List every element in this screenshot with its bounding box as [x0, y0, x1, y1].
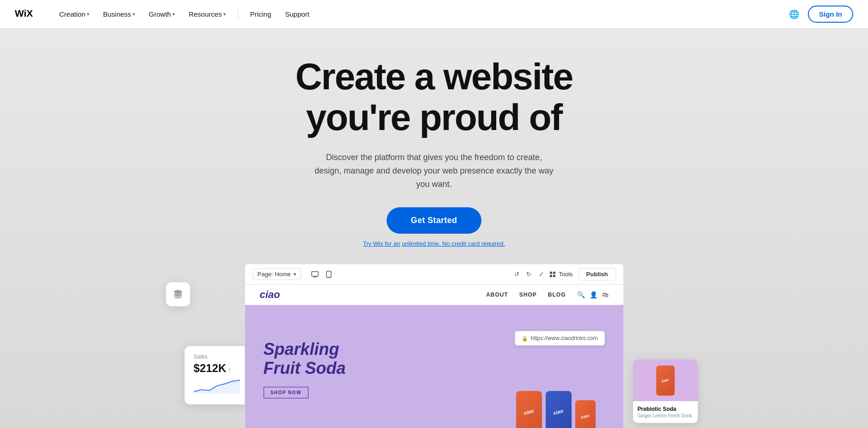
sales-label: Sales — [194, 354, 240, 360]
can-orange: ciao — [516, 391, 542, 428]
tools-menu[interactable]: Tools — [549, 271, 573, 278]
sales-trend-icon: ↑ — [226, 366, 231, 373]
mockup-navbar: ciao ABOUT SHOP BLOG 🔍 👤 🛍 — [245, 285, 623, 305]
mockup-nav-icons: 🔍 👤 🛍 — [577, 291, 609, 298]
view-icons — [310, 270, 333, 279]
mockup-about-link[interactable]: ABOUT — [486, 292, 508, 298]
redo-icon[interactable]: ↻ — [524, 270, 533, 279]
svg-rect-12 — [550, 275, 552, 277]
can-small: ciao — [575, 400, 596, 428]
hero-title: Create a website you're proud of — [295, 56, 573, 138]
chevron-down-icon: ▾ — [87, 12, 89, 17]
can-blue-label: ciao — [553, 408, 564, 416]
product-card-description: Ginger Lemon Fresh Drink — [638, 413, 693, 418]
product-card-name: Prebiotic Soda — [638, 406, 693, 412]
search-icon[interactable]: 🔍 — [577, 291, 585, 298]
mockup-site-logo: ciao — [260, 289, 280, 301]
nav-item-growth[interactable]: Growth ▾ — [143, 6, 180, 22]
can-small-label: ciao — [580, 413, 590, 420]
signin-button[interactable]: Sign In — [808, 6, 853, 23]
svg-rect-10 — [550, 272, 552, 274]
nav-item-creation[interactable]: Creation ▾ — [54, 6, 95, 22]
free-trial-text: Try Wix for an unlimited time. No credit… — [363, 240, 505, 247]
nav-item-business[interactable]: Business ▾ — [98, 6, 141, 22]
url-tooltip: 🔒 https://www.ciaodrinks.com — [515, 331, 605, 346]
nav-divider — [238, 9, 238, 20]
mockup-blog-link[interactable]: BLOG — [548, 292, 566, 298]
desktop-view-icon[interactable] — [310, 270, 320, 279]
svg-rect-7 — [314, 277, 316, 278]
product-card-can: ciao — [656, 366, 675, 396]
unlimited-time-link[interactable]: unlimited time — [402, 240, 439, 247]
chevron-down-icon: ▾ — [172, 12, 175, 17]
page-selector[interactable]: Page: Home ▾ — [252, 268, 301, 280]
product-card-image: ciao — [633, 360, 698, 401]
mockup-shop-link[interactable]: SHOP — [519, 292, 537, 298]
editor-toolbar: Page: Home ▾ ↺ ↻ ⤢ T — [245, 264, 624, 284]
product-card-info: Prebiotic Soda Ginger Lemon Fresh Drink — [633, 401, 698, 423]
sales-amount: $212K ↑ — [194, 362, 240, 375]
mockup-headline: Sparkling Fruit Soda — [264, 340, 346, 378]
chevron-down-icon: ▾ — [133, 12, 135, 17]
mockup-hero: Sparkling Fruit Soda SHOP NOW ciao ciao — [245, 305, 623, 428]
svg-text:WiX: WiX — [15, 7, 33, 18]
navbar-right: 🌐 Sign In — [788, 6, 853, 23]
nav-menu: Creation ▾ Business ▾ Growth ▾ Resources… — [54, 6, 788, 22]
navbar: WiX Creation ▾ Business ▾ Growth ▾ Resou… — [0, 0, 868, 29]
mockup-hero-content: Sparkling Fruit Soda SHOP NOW — [264, 340, 346, 399]
lock-icon: 🔒 — [522, 335, 528, 341]
nav-item-resources[interactable]: Resources ▾ — [183, 6, 231, 22]
get-started-button[interactable]: Get Started — [387, 207, 481, 234]
sales-widget: Sales $212K ↑ — [185, 346, 249, 404]
nav-item-support[interactable]: Support — [280, 6, 315, 22]
svg-rect-13 — [553, 275, 555, 277]
mobile-view-icon[interactable] — [324, 270, 333, 279]
svg-rect-11 — [553, 272, 555, 274]
mockup-nav-links: ABOUT SHOP BLOG — [486, 292, 566, 298]
undo-redo-group: ↺ ↻ — [512, 270, 533, 279]
can-orange-label: ciao — [523, 408, 534, 416]
hero-section: Create a website you're proud of Discove… — [0, 29, 868, 428]
chevron-down-icon: ▾ — [223, 12, 226, 17]
product-card: ciao Prebiotic Soda Ginger Lemon Fresh D… — [633, 360, 698, 423]
database-widget — [166, 282, 190, 306]
can-blue: ciao — [546, 391, 572, 428]
svg-rect-6 — [312, 272, 318, 276]
globe-icon[interactable]: 🌐 — [788, 8, 800, 21]
svg-point-9 — [328, 276, 329, 277]
chevron-down-icon: ▾ — [294, 272, 296, 277]
mockup-cans: ciao ciao ciao — [516, 391, 596, 428]
editor-canvas: ciao ABOUT SHOP BLOG 🔍 👤 🛍 Sparkling — [245, 284, 624, 428]
mockup-shop-now-button[interactable]: SHOP NOW — [264, 387, 308, 398]
hero-subtitle: Discover the platform that gives you the… — [314, 151, 554, 191]
expand-icon[interactable]: ⤢ — [539, 271, 544, 278]
toolbar-right: ↺ ↻ ⤢ Tools Publish — [512, 268, 616, 280]
svg-point-5 — [174, 296, 182, 299]
product-card-can-label: ciao — [661, 378, 670, 384]
publish-button[interactable]: Publish — [579, 268, 616, 280]
wix-logo[interactable]: WiX — [15, 7, 39, 22]
undo-icon[interactable]: ↺ — [512, 270, 521, 279]
nav-item-pricing[interactable]: Pricing — [245, 6, 277, 22]
sales-chart — [194, 377, 240, 395]
user-icon[interactable]: 👤 — [590, 291, 597, 298]
cart-icon[interactable]: 🛍 — [602, 291, 609, 298]
editor-preview: Sales $212K ↑ Page: Home ▾ — [245, 264, 624, 428]
